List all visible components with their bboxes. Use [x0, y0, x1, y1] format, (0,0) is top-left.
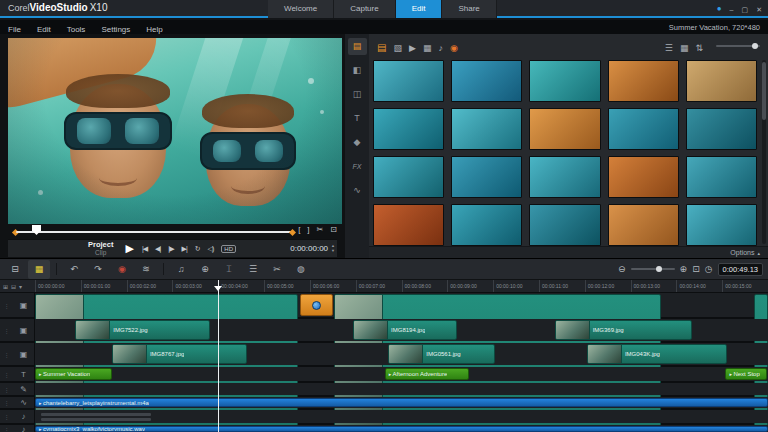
preview-scrubber[interactable] [8, 225, 296, 238]
library-thumbnail-17[interactable] [451, 204, 522, 246]
track-options-icon[interactable]: ⋮ [0, 413, 13, 420]
library-thumbnail-12[interactable] [451, 156, 522, 198]
category-instant-project[interactable]: ◧ [348, 62, 367, 79]
minimize-button[interactable]: – [730, 6, 734, 13]
overlay-track-2-lane[interactable]: IMG8767.jpgIMG0561.jpgIMG043K.jpg [35, 343, 768, 365]
timecode-stepper[interactable]: ▲▼ [331, 244, 335, 253]
library-thumbnail-3[interactable] [529, 60, 600, 102]
record-capture-button[interactable]: ◉ [111, 260, 133, 279]
music-track-2-lane[interactable]: cymatiqcmix3_walkofvictorymusic.wav [35, 425, 768, 432]
library-thumbnail-19[interactable] [608, 204, 679, 246]
thumbnail-view-button[interactable]: ▦ [680, 43, 689, 53]
restore-button[interactable]: ▢ [742, 6, 749, 13]
library-thumbnail-13[interactable] [529, 156, 600, 198]
media-library-button[interactable]: ▤ [377, 42, 386, 53]
ruler-corner-icon[interactable]: ⊟ [11, 283, 16, 290]
tab-share[interactable]: Share [442, 0, 496, 18]
repeat-button[interactable]: ↻ [195, 245, 200, 253]
track-manager-button[interactable]: ☰ [242, 260, 264, 279]
show-videos-button[interactable]: ▶ [409, 43, 416, 53]
timeline-zoom-slider[interactable] [631, 268, 675, 270]
speech-tool-button[interactable]: ◍ [290, 260, 312, 279]
library-scrollbar[interactable] [762, 60, 766, 244]
library-thumbnail-18[interactable] [529, 204, 600, 246]
options-toggle[interactable]: Options [730, 249, 754, 256]
photo-clip[interactable]: IMG369.jpg [555, 320, 692, 340]
library-thumbnail-7[interactable] [451, 108, 522, 150]
title-track-2-lane[interactable] [35, 383, 768, 395]
overlay-track-1-lane[interactable]: IMG7522.jpgIMG8194.jpgIMG369.jpg [35, 319, 768, 341]
track-options-icon[interactable]: ⋮ [0, 399, 13, 406]
sort-button[interactable]: ⇅ [695, 43, 703, 53]
category-motion-path[interactable]: ∿ [348, 182, 367, 199]
help-button[interactable]: ● [717, 5, 722, 13]
library-thumbnail-6[interactable] [373, 108, 444, 150]
list-view-button[interactable]: ☰ [665, 43, 673, 53]
slider-thumb[interactable] [656, 266, 662, 272]
track-options-icon[interactable]: ⋮ [0, 327, 13, 334]
library-thumbnail-20[interactable] [686, 204, 757, 246]
overlay-track-2-icon[interactable]: ▣ [13, 350, 34, 359]
photo-clip[interactable]: IMG043K.jpg [587, 344, 727, 364]
photo-clip[interactable]: IMG0561.jpg [388, 344, 495, 364]
music-clip[interactable]: chantelebarry_letsplayinstrumental.m4a [35, 398, 768, 407]
track-options-icon[interactable]: ⋮ [0, 351, 13, 358]
track-options-icon[interactable]: ⋮ [0, 386, 13, 393]
track-options-icon[interactable]: ⋮ [0, 426, 13, 432]
overlay-track-1-icon[interactable]: ▣ [13, 326, 34, 335]
volume-button[interactable]: ◁) [208, 245, 214, 253]
tab-welcome[interactable]: Welcome [268, 0, 334, 18]
photo-clip[interactable]: IMG7522.jpg [75, 320, 210, 340]
voice-track-lane[interactable]: chantelebarry_letsplayinstrumental.m4a [35, 397, 768, 408]
category-filter[interactable]: FX [348, 158, 367, 175]
menu-edit[interactable]: Edit [29, 25, 59, 34]
ruler-corner-icon[interactable]: ⊞ [3, 283, 8, 290]
chevron-up-icon[interactable]: ▴ [757, 250, 760, 256]
sound-mixer-button[interactable]: ≋ [135, 260, 157, 279]
title-clip[interactable]: Next Stop [725, 368, 766, 380]
slider-thumb[interactable] [752, 43, 758, 49]
timeline-view-button[interactable]: ▦ [28, 260, 50, 279]
library-thumbnail-15[interactable] [686, 156, 757, 198]
library-thumbnail-1[interactable] [373, 60, 444, 102]
3d-media-button[interactable]: ◉ [450, 43, 458, 53]
scrollbar-thumb[interactable] [762, 62, 766, 120]
scrubber-thumb[interactable] [32, 225, 41, 235]
subtitle-editor-button[interactable]: ⌶ [218, 260, 240, 279]
category-graphic[interactable]: ◆ [348, 134, 367, 151]
library-thumbnail-10[interactable] [686, 108, 757, 150]
split-by-scene-button[interactable]: ✂ [266, 260, 288, 279]
library-thumbnail-5[interactable] [686, 60, 757, 102]
track-options-icon[interactable]: ⋮ [0, 302, 13, 309]
music-clip[interactable]: cymatiqcmix3_walkofvictorymusic.wav [35, 426, 768, 432]
zoom-out-button[interactable]: ⊖ [618, 264, 626, 274]
photo-clip[interactable]: IMG8767.jpg [112, 344, 247, 364]
library-thumbnail-14[interactable] [608, 156, 679, 198]
library-thumbnail-2[interactable] [451, 60, 522, 102]
tab-edit[interactable]: Edit [396, 0, 443, 18]
video-track-icon[interactable]: ▣ [13, 301, 34, 310]
fit-project-button[interactable]: ⊡ [692, 264, 700, 274]
title-track-1-icon[interactable]: T [13, 370, 34, 379]
next-frame-button[interactable]: |▶ [168, 245, 173, 253]
video-track-lane[interactable]: Waterslide2_84883288.movPool Splash_1177… [35, 293, 768, 317]
library-thumbnail-11[interactable] [373, 156, 444, 198]
show-audio-button[interactable]: ♪ [438, 43, 443, 53]
stub-clip[interactable] [41, 411, 151, 422]
redo-button[interactable]: ↷ [87, 260, 109, 279]
library-thumbnail-8[interactable] [529, 108, 600, 150]
scrubber-track[interactable] [16, 231, 292, 233]
category-transition[interactable]: ◫ [348, 86, 367, 103]
title-clip[interactable]: Summer Vacation [35, 368, 112, 380]
title-track-1-lane[interactable]: Summer VacationAfternoon AdventureNext S… [35, 367, 768, 381]
mode-clip[interactable]: Clip [88, 249, 113, 256]
ruler-corner-icon[interactable]: ▾ [19, 283, 22, 290]
show-photos-button[interactable]: ▦ [423, 43, 432, 53]
playhead[interactable] [218, 280, 219, 432]
enlarge-preview-button[interactable]: ⊡ [330, 225, 337, 234]
mark-in-button[interactable]: [ [298, 225, 300, 234]
music-track-1-icon[interactable]: ♪ [13, 412, 34, 421]
music-track-1-lane[interactable] [35, 410, 768, 423]
menu-settings[interactable]: Settings [93, 25, 138, 34]
menu-help[interactable]: Help [138, 25, 170, 34]
